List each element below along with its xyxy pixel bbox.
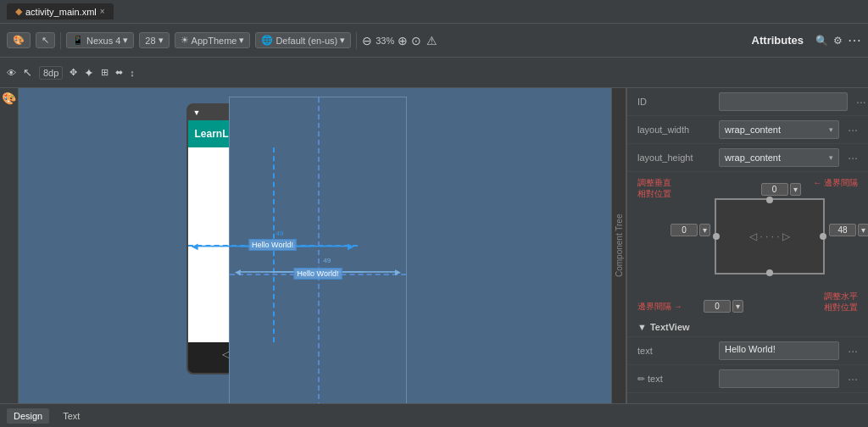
- design-canvas: ▼ 8:00 LearnLayout ◀━━━━━━━━━━━━━━━━━━━━…: [19, 88, 611, 403]
- eye-icon[interactable]: 👁: [7, 68, 16, 78]
- palette-icon: 🎨: [13, 35, 25, 46]
- text-pencil-row: ✏ text ···: [627, 365, 868, 393]
- align-icon[interactable]: ⬌: [115, 67, 123, 78]
- theme-icon: ☀: [181, 35, 189, 46]
- constraint-right-input[interactable]: 48: [829, 224, 856, 236]
- tab-design[interactable]: Design: [7, 408, 49, 424]
- id-label: ID: [637, 97, 714, 107]
- api-selector[interactable]: 28 ▾: [139, 32, 169, 48]
- theme-selector[interactable]: ☀ AppTheme ▾: [175, 32, 251, 48]
- device-dropdown-icon: ▾: [123, 35, 128, 46]
- id-dots[interactable]: ···: [856, 95, 866, 108]
- constraint-bottom-dropdown[interactable]: ▾: [732, 300, 743, 313]
- top-toolbar: 🎨 ↖ 📱 Nexus 4 ▾ 28 ▾ ☀ AppTheme ▾ 🌐 Defa…: [0, 24, 868, 58]
- bottom-tabs: Design Text: [0, 403, 868, 427]
- section-arrow-icon: ▼: [637, 322, 647, 332]
- constraint-bottom-input[interactable]: 0: [704, 300, 731, 313]
- inner-arrows: ◁ · · · · ▷: [720, 230, 820, 242]
- theme-name: AppTheme: [192, 36, 237, 46]
- constraint-diagram-wrapper: 調整垂直 相對位置 ← 邊界間隔 0 ▾: [637, 177, 858, 313]
- top-constraint-row: 0 ▾: [761, 183, 801, 196]
- constraint-left-dropdown[interactable]: ▾: [699, 224, 710, 236]
- xml-icon: ◆: [15, 6, 22, 17]
- text-value[interactable]: Hello World!: [719, 341, 839, 360]
- left-palette: 🎨: [0, 88, 19, 403]
- plus-icon[interactable]: ✦: [84, 66, 94, 80]
- arrow-right-red: ←: [813, 178, 821, 187]
- layout-height-arrow: ▾: [829, 153, 833, 162]
- bottom-constraint-row: 0 ▾: [704, 300, 743, 313]
- id-input[interactable]: [719, 92, 848, 111]
- detail-textview[interactable]: Hello World!: [294, 268, 342, 280]
- zoom-out-icon[interactable]: ⊖: [362, 34, 372, 47]
- wifi-icon: ▼: [193, 108, 201, 117]
- device-name: Nexus 4: [86, 36, 120, 46]
- cursor2-icon[interactable]: ↖: [23, 66, 32, 79]
- locale-dropdown-icon: ▾: [340, 35, 345, 46]
- margin-icon[interactable]: ↕: [130, 68, 135, 78]
- grid-icon[interactable]: ⊞: [101, 67, 108, 78]
- cursor-button[interactable]: ↖: [36, 32, 55, 48]
- annotation-horizontal: 調整水平 相對位置: [824, 291, 858, 313]
- extra-icon[interactable]: ⋯: [848, 32, 861, 48]
- tab-text[interactable]: Text: [56, 408, 86, 424]
- dot-bottom: [766, 269, 773, 276]
- sep1: [60, 32, 61, 49]
- text-label: text: [637, 346, 714, 356]
- text-pencil-label: ✏ text: [637, 374, 714, 385]
- right-constraint-row: 48 ▾: [829, 224, 868, 236]
- layout-height-dropdown[interactable]: wrap_content ▾: [719, 148, 839, 167]
- textview-widget[interactable]: Hello World!: [248, 239, 297, 251]
- zoom-level: 33%: [376, 36, 394, 46]
- layout-width-row: layout_width wrap_content ▾ ···: [627, 116, 868, 144]
- constraint-diagram-area: 調整垂直 相對位置 ← 邊界間隔 0 ▾: [627, 172, 868, 318]
- component-tree-strip: Component Tree: [611, 88, 626, 403]
- file-tab[interactable]: ◆ activity_main.xml ×: [7, 3, 114, 19]
- zoom-fit-icon[interactable]: ⊙: [411, 34, 421, 47]
- annotation-margin-right-top: ← 邊界間隔: [813, 177, 858, 189]
- annotation-margin-left-bottom: 邊界間隔 →: [637, 301, 682, 313]
- tab-close-icon[interactable]: ×: [100, 7, 105, 16]
- sep2: [356, 32, 357, 49]
- annotation-vertical: 調整垂直 相對位置: [637, 177, 671, 199]
- textview-section-header: ▼ TextView: [627, 318, 868, 337]
- constraint-top-input[interactable]: 0: [761, 183, 788, 196]
- dot-top: [766, 197, 773, 203]
- warn-icon: ⚠: [426, 34, 437, 47]
- transform-icon[interactable]: ✥: [70, 67, 77, 78]
- tab-filename: activity_main.xml: [25, 7, 97, 17]
- zoom-in-icon[interactable]: ⊕: [398, 34, 408, 47]
- dot-right: [820, 233, 826, 240]
- search-icon[interactable]: 🔍: [815, 35, 828, 47]
- theme-dropdown-icon: ▾: [239, 35, 244, 46]
- text-pencil-dots[interactable]: ···: [848, 372, 858, 385]
- constraint-inner-box: ◁ · · · · ▷: [715, 198, 825, 274]
- constraint-box-container: 0 ▾ ◁ · · · · ▷: [715, 198, 825, 274]
- layout-width-dots[interactable]: ···: [848, 123, 858, 136]
- constraint-top-dropdown[interactable]: ▾: [790, 183, 801, 196]
- api-dropdown-icon: ▾: [159, 35, 164, 46]
- detail-num-top: 49: [323, 257, 331, 264]
- cursor-icon: ↖: [42, 35, 49, 46]
- locale-selector[interactable]: 🌐 Default (en-us) ▾: [255, 32, 351, 48]
- text-row: text Hello World! ···: [627, 337, 868, 365]
- layout-height-dots[interactable]: ···: [848, 151, 858, 164]
- text-pencil-value[interactable]: [719, 369, 839, 388]
- locale-icon: 🌐: [261, 35, 273, 46]
- text-dots[interactable]: ···: [848, 344, 858, 358]
- locale-name: Default (en-us): [275, 36, 337, 46]
- constraint-right-dropdown[interactable]: ▾: [858, 224, 868, 236]
- constraint-left-input[interactable]: 0: [670, 224, 698, 236]
- palette-strip-icon[interactable]: 🎨: [2, 92, 16, 105]
- layout-width-label: layout_width: [637, 125, 714, 135]
- attributes-panel: ID ··· layout_width wrap_content ▾ ··· l…: [626, 88, 868, 403]
- layout-width-arrow: ▾: [829, 125, 833, 134]
- dp-value: 8dp: [39, 66, 63, 80]
- dot-left: [713, 233, 720, 240]
- layout-width-dropdown[interactable]: wrap_content ▾: [719, 120, 839, 139]
- constraint-num-top: 49: [276, 230, 284, 237]
- settings-icon[interactable]: ⚙: [833, 35, 843, 47]
- palette-button[interactable]: 🎨: [7, 32, 31, 48]
- zoom-controls: ⊖ 33% ⊕ ⊙: [362, 34, 421, 47]
- device-selector[interactable]: 📱 Nexus 4 ▾: [66, 32, 134, 48]
